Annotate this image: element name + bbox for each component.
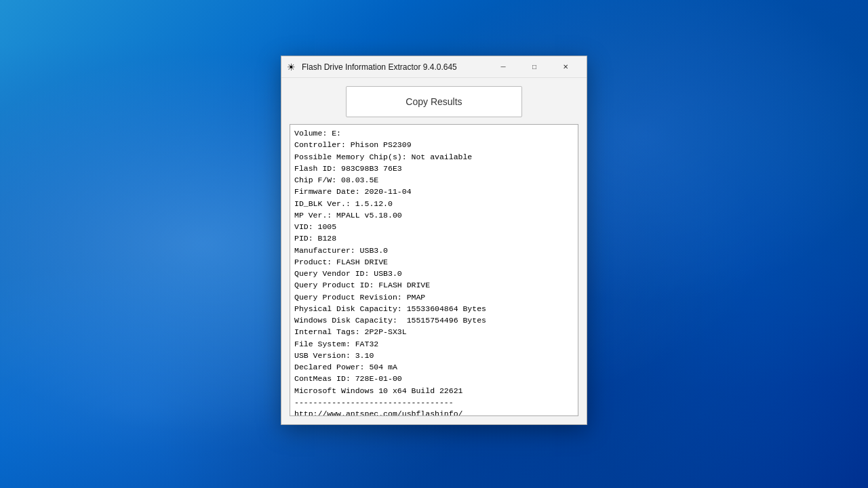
maximize-button[interactable]: □ <box>519 56 550 78</box>
application-window: ☀ Flash Drive Information Extractor 9.4.… <box>281 56 587 425</box>
info-text: Volume: E: Controller: Phison PS2309 Pos… <box>294 127 574 415</box>
window-content: Copy Results Volume: E: Controller: Phis… <box>281 78 587 424</box>
minimize-button[interactable]: ─ <box>488 56 519 78</box>
close-button[interactable]: ✕ <box>550 56 581 78</box>
info-scrollable[interactable]: Volume: E: Controller: Phison PS2309 Pos… <box>290 125 578 415</box>
copy-results-button[interactable]: Copy Results <box>346 86 522 117</box>
info-panel: Volume: E: Controller: Phison PS2309 Pos… <box>290 124 578 416</box>
window-controls: ─ □ ✕ <box>488 56 581 78</box>
window-title: Flash Drive Information Extractor 9.4.0.… <box>302 62 488 72</box>
title-bar: ☀ Flash Drive Information Extractor 9.4.… <box>281 56 587 78</box>
app-icon: ☀ <box>287 62 298 73</box>
